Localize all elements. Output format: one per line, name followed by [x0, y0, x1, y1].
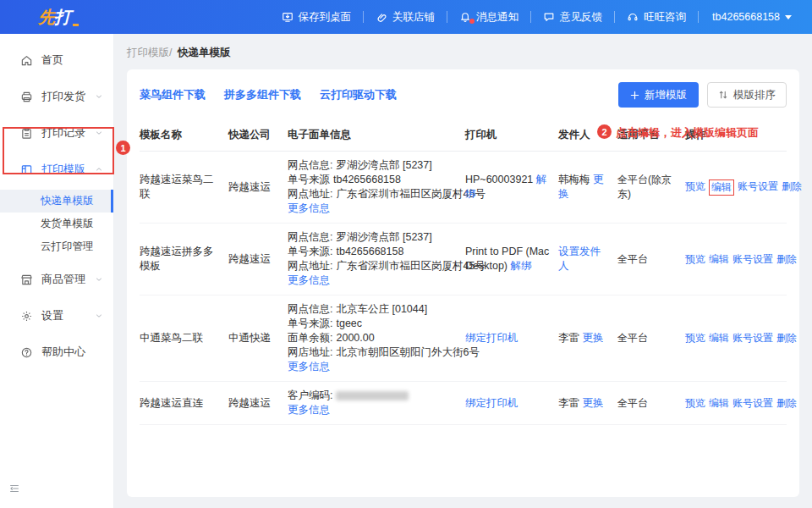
printer-cell: HP~60003921 解绑	[465, 173, 558, 202]
pdd-component-download-link[interactable]: 拼多多组件下载	[224, 87, 301, 102]
edit-link[interactable]: 编辑	[709, 252, 729, 267]
template-name: 中通菜鸟二联	[140, 331, 228, 345]
sidebar-item-label: 打印记录	[41, 125, 85, 141]
delete-link[interactable]: 删除	[776, 396, 797, 411]
app-window: 先 打 保存到桌面 关联店铺	[0, 0, 812, 508]
bind-printer-link[interactable]: 绑定打印机	[465, 332, 518, 344]
edit-link[interactable]: 编辑	[709, 179, 734, 196]
sidebar-item-ship-template[interactable]: 发货单模版	[0, 213, 113, 235]
printer-cell: 绑定打印机	[465, 396, 558, 411]
preview-link[interactable]: 预览	[685, 179, 705, 196]
info-label: 网点信息:	[288, 303, 332, 315]
printer-cell: 绑定打印机	[465, 331, 558, 345]
top-bar: 先 打 保存到桌面 关联店铺	[0, 0, 812, 34]
sidebar-item-print-record[interactable]: 打印记录	[0, 120, 113, 146]
sort-template-label: 模版排序	[733, 88, 776, 102]
set-sender-link[interactable]: 设置发件人	[558, 246, 601, 272]
change-sender-link[interactable]: 更换	[582, 397, 603, 409]
sidebar-item-settings[interactable]: 设置	[0, 303, 113, 329]
express-company: 跨越速运	[228, 180, 288, 195]
info-label: 网点信息:	[288, 159, 332, 171]
change-sender-link[interactable]: 更换	[582, 332, 603, 344]
preview-link[interactable]: 预览	[685, 396, 705, 411]
template-name: 跨越速运菜鸟二联	[140, 173, 228, 202]
sort-icon	[718, 90, 728, 100]
sender-name: 李雷	[558, 397, 579, 409]
printer-icon	[20, 91, 33, 103]
waybill-info-cell: 网点信息:罗湖沙湾点部 [5237] 单号来源tb4265668158 网点地址…	[288, 158, 465, 216]
chevron-down-icon	[785, 15, 792, 19]
table-row: 跨越速运菜鸟二联 跨越速运 网点信息:罗湖沙湾点部 [5237] 单号来源tb4…	[140, 152, 787, 224]
sender-name: 韩梅梅	[558, 174, 590, 185]
bind-printer-link[interactable]: 绑定打印机	[465, 397, 518, 409]
breadcrumb-current: 快递单模版	[178, 47, 231, 58]
chevron-up-icon	[95, 165, 103, 174]
info-label: 面单余额:	[288, 332, 332, 344]
logo-text-second: 打	[54, 6, 70, 29]
chevron-down-icon	[95, 275, 103, 284]
sidebar-item-print-ship[interactable]: 打印发货	[0, 84, 113, 109]
sort-template-button[interactable]: 模版排序	[707, 82, 787, 108]
sidebar-item-home[interactable]: 首页	[0, 47, 113, 73]
more-info-link[interactable]: 更多信息	[288, 404, 330, 416]
account-settings-link[interactable]: 账号设置	[732, 252, 773, 267]
annotation-step2-badge: 2	[597, 124, 612, 139]
question-circle-icon	[20, 346, 33, 359]
sender-name: 李雷	[558, 332, 579, 344]
link-shop-button[interactable]: 关联店铺	[364, 10, 447, 25]
waybill-info-cell: 客户编码: 更多信息	[288, 389, 465, 417]
platform: 全平台	[617, 252, 685, 267]
template-table: 模板名称 快递公司 电子面单信息 打印机 发件人 适用平台 操作 跨越速运菜鸟二…	[140, 120, 787, 425]
collapse-sidebar-icon[interactable]	[8, 483, 20, 497]
sender-cell: 设置发件人	[558, 245, 617, 273]
preview-link[interactable]: 预览	[685, 252, 705, 267]
chevron-down-icon	[95, 312, 103, 320]
account-settings-link[interactable]: 账号设置	[732, 331, 773, 345]
delete-link[interactable]: 删除	[776, 331, 797, 345]
cainiao-component-download-link[interactable]: 菜鸟组件下载	[140, 87, 206, 102]
more-info-link[interactable]: 更多信息	[288, 274, 330, 286]
account-menu[interactable]: tb4265668158	[699, 11, 800, 23]
info-label: 单号来源:	[288, 318, 332, 329]
feedback-icon	[543, 11, 555, 23]
info-value: tb4265668158	[336, 246, 403, 257]
redacted-customer-code	[336, 391, 409, 400]
notifications-button[interactable]: 消息通知	[447, 10, 530, 25]
sidebar-item-help[interactable]: 帮助中心	[0, 340, 113, 365]
feedback-button[interactable]: 意见反馈	[531, 10, 614, 25]
table-header-printer: 打印机	[465, 128, 558, 142]
sidebar-item-goods[interactable]: 商品管理	[0, 267, 113, 292]
delete-link[interactable]: 删除	[776, 252, 797, 267]
express-company: 跨越速运	[228, 252, 288, 267]
edit-link[interactable]: 编辑	[709, 331, 729, 345]
more-info-link[interactable]: 更多信息	[288, 361, 330, 373]
delete-link[interactable]: 删除	[782, 179, 802, 196]
account-settings-link[interactable]: 账号设置	[732, 396, 773, 411]
sidebar: 首页 打印发货 打印记录 打印模版	[0, 34, 114, 508]
plus-icon	[630, 91, 639, 100]
sidebar-item-label: 打印模版	[41, 162, 85, 177]
wangwang-consult-button[interactable]: 旺旺咨询	[615, 10, 698, 25]
sidebar-item-cloud-print[interactable]: 云打印管理	[0, 235, 113, 258]
preview-link[interactable]: 预览	[685, 331, 705, 345]
info-value: 罗湖沙湾点部 [5237]	[336, 231, 431, 243]
cloud-print-driver-download-link[interactable]: 云打印驱动下载	[320, 87, 397, 102]
sender-cell: 韩梅梅 更换	[558, 173, 617, 202]
account-id: tb4265668158	[712, 11, 780, 23]
unbind-printer-link[interactable]: 解绑	[511, 260, 532, 272]
sidebar-item-express-template[interactable]: 快递单模版	[0, 190, 113, 213]
express-company: 跨越速运	[228, 396, 288, 411]
breadcrumb-parent[interactable]: 打印模版/	[127, 47, 172, 58]
active-indicator-bar	[111, 190, 113, 213]
edit-link[interactable]: 编辑	[709, 396, 729, 411]
row-actions: 预览 编辑 账号设置 删除	[685, 331, 805, 345]
sidebar-submenu: 快递单模版 发货单模版 云打印管理	[0, 190, 113, 258]
add-template-button[interactable]: 新增模版	[618, 82, 699, 108]
info-value: 广东省深圳市福田区岗厦村45号	[336, 260, 485, 272]
more-info-link[interactable]: 更多信息	[288, 202, 330, 214]
info-label: 网点地址:	[288, 260, 332, 272]
save-to-desktop-button[interactable]: 保存到桌面	[270, 10, 364, 25]
chevron-down-icon	[95, 92, 103, 101]
sidebar-item-print-template[interactable]: 打印模版	[0, 157, 113, 182]
account-settings-link[interactable]: 账号设置	[738, 179, 778, 196]
